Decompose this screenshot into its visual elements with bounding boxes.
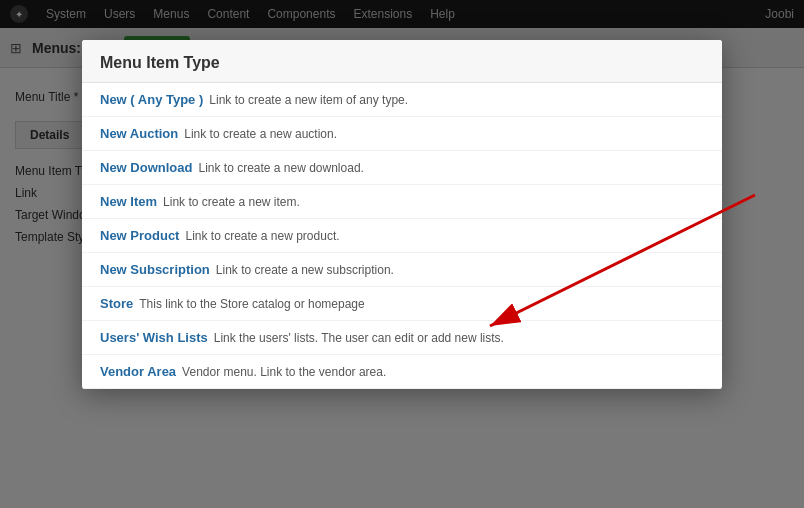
modal-overlay: Menu Item Type New ( Any Type )Link to c…	[0, 0, 804, 508]
menu-item-link[interactable]: New ( Any Type )	[100, 92, 203, 107]
menu-item-link[interactable]: New Auction	[100, 126, 178, 141]
menu-item-desc: Link to create a new product.	[185, 229, 339, 243]
menu-item-row[interactable]: New AuctionLink to create a new auction.	[82, 117, 722, 151]
menu-item-link[interactable]: New Download	[100, 160, 192, 175]
menu-item-row[interactable]: New ProductLink to create a new product.	[82, 219, 722, 253]
menu-item-type-modal: Menu Item Type New ( Any Type )Link to c…	[82, 40, 722, 389]
menu-item-row[interactable]: Users' Wish ListsLink the users' lists. …	[82, 321, 722, 355]
menu-item-desc: Link to create a new item of any type.	[209, 93, 408, 107]
modal-body: New ( Any Type )Link to create a new ite…	[82, 83, 722, 389]
modal-header: Menu Item Type	[82, 40, 722, 83]
menu-item-desc: Vendor menu. Link to the vendor area.	[182, 365, 386, 379]
menu-item-desc: Link to create a new subscription.	[216, 263, 394, 277]
menu-item-row[interactable]: New SubscriptionLink to create a new sub…	[82, 253, 722, 287]
menu-item-desc: Link to create a new download.	[198, 161, 363, 175]
menu-item-row[interactable]: New ( Any Type )Link to create a new ite…	[82, 83, 722, 117]
menu-item-desc: Link to create a new item.	[163, 195, 300, 209]
menu-item-row[interactable]: StoreThis link to the Store catalog or h…	[82, 287, 722, 321]
menu-item-link[interactable]: New Item	[100, 194, 157, 209]
menu-item-link[interactable]: Users' Wish Lists	[100, 330, 208, 345]
menu-item-link[interactable]: New Subscription	[100, 262, 210, 277]
menu-item-link[interactable]: New Product	[100, 228, 179, 243]
menu-item-row[interactable]: New DownloadLink to create a new downloa…	[82, 151, 722, 185]
menu-item-desc: This link to the Store catalog or homepa…	[139, 297, 364, 311]
menu-item-row[interactable]: Vendor AreaVendor menu. Link to the vend…	[82, 355, 722, 389]
menu-item-row[interactable]: New ItemLink to create a new item.	[82, 185, 722, 219]
menu-item-link[interactable]: Vendor Area	[100, 364, 176, 379]
menu-item-desc: Link the users' lists. The user can edit…	[214, 331, 504, 345]
menu-item-link[interactable]: Store	[100, 296, 133, 311]
menu-item-desc: Link to create a new auction.	[184, 127, 337, 141]
modal-title: Menu Item Type	[100, 54, 220, 71]
